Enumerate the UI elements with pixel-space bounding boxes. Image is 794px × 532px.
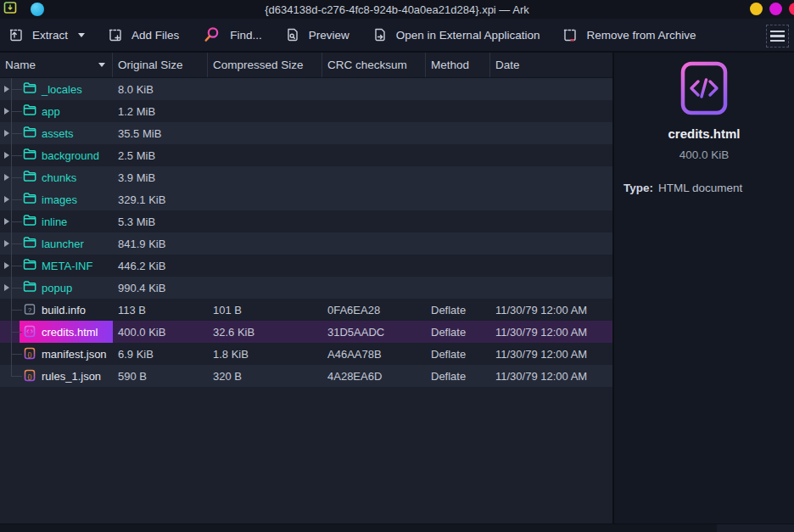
folder-icon: [23, 148, 37, 163]
find-button[interactable]: Find...: [202, 25, 262, 44]
cell-method: [426, 78, 490, 100]
expand-arrow-icon[interactable]: [4, 262, 9, 269]
cell-compressed-size: 101 B: [208, 299, 322, 321]
table-row[interactable]: popup990.4 KiB: [0, 277, 612, 299]
hamburger-menu-button[interactable]: [766, 25, 789, 48]
table-row[interactable]: _locales8.0 KiB: [0, 78, 612, 100]
expand-arrow-icon[interactable]: [4, 174, 9, 181]
column-header-original-size[interactable]: Original Size: [113, 53, 208, 77]
cell-date: [490, 122, 612, 144]
cell-original-size: 990.4 KiB: [113, 277, 208, 299]
preview-button[interactable]: Preview: [285, 27, 349, 42]
json-file-icon: {): [23, 369, 37, 384]
expand-arrow-icon[interactable]: [4, 152, 9, 159]
html-document-icon: [679, 61, 729, 119]
expand-arrow-icon[interactable]: [4, 130, 9, 137]
titlebar-menu-dot[interactable]: [31, 3, 44, 16]
svg-text:?: ?: [28, 306, 32, 314]
cell-name: credits.html: [0, 321, 113, 343]
maximize-button[interactable]: [769, 3, 782, 15]
cell-crc: [322, 255, 426, 277]
expand-arrow-icon[interactable]: [4, 108, 9, 115]
tree-branch: [11, 354, 22, 355]
cell-compressed-size: [208, 255, 322, 277]
cell-crc: A46AA78B: [322, 343, 426, 365]
folder-icon: [23, 104, 37, 119]
open-in-external-application-button[interactable]: Open in External Application: [372, 27, 540, 42]
cell-method: Deflate: [426, 343, 490, 365]
table-row[interactable]: ?build.info113 B101 B0FA6EA28Deflate11/3…: [0, 299, 612, 321]
table-row[interactable]: background2.5 MiB: [0, 144, 612, 166]
expand-arrow-icon[interactable]: [4, 240, 9, 247]
table-row[interactable]: META-INF446.2 KiB: [0, 255, 612, 277]
table-row[interactable]: assets35.5 MiB: [0, 122, 612, 144]
table-row[interactable]: chunks3.9 MiB: [0, 166, 612, 188]
entry-name: images: [42, 193, 77, 206]
open-external-icon: [372, 27, 388, 42]
html-file-icon: [23, 325, 37, 339]
add-files-button[interactable]: Add Files: [108, 27, 179, 42]
extract-button[interactable]: Extract: [8, 27, 85, 42]
cell-method: [426, 144, 490, 166]
expand-arrow-icon[interactable]: [4, 218, 9, 225]
tree-branch: [11, 376, 22, 377]
titlebar[interactable]: {d634138d-c276-4fc8-924b-40a0ea21d284}.x…: [0, 0, 794, 19]
minimize-button[interactable]: [750, 3, 763, 15]
tree-branch: [11, 266, 22, 266]
cell-crc: [322, 78, 426, 100]
cell-crc: [322, 144, 426, 166]
column-header-compressed-size[interactable]: Compressed Size: [208, 53, 322, 77]
expand-arrow-icon[interactable]: [4, 284, 9, 291]
cell-crc: [322, 166, 426, 188]
entry-name: manifest.json: [42, 348, 107, 361]
folder-icon: [23, 215, 37, 229]
folder-icon: [23, 281, 37, 295]
cell-compressed-size: 320 B: [208, 365, 322, 387]
cell-date: [490, 188, 612, 210]
table-row[interactable]: credits.html400.0 KiB32.6 KiB31D5AADCDef…: [0, 321, 612, 343]
table-row[interactable]: {)manifest.json6.9 KiB1.8 KiBA46AA78BDef…: [0, 343, 612, 365]
column-header-date[interactable]: Date: [490, 53, 612, 77]
table-row[interactable]: app1.2 MiB: [0, 100, 612, 122]
cell-crc: [322, 122, 426, 144]
cell-date: 11/30/79 12:00 AM: [490, 299, 612, 321]
entry-name: chunks: [42, 171, 76, 184]
tree-branch: [11, 177, 22, 178]
expand-arrow-icon[interactable]: [4, 196, 9, 203]
table-row[interactable]: inline5.3 MiB: [0, 210, 612, 232]
cell-name: {)rules_1.json: [0, 365, 113, 387]
remove-from-archive-button[interactable]: Remove from Archive: [562, 27, 696, 42]
cell-name: _locales: [0, 78, 113, 100]
cell-compressed-size: [208, 122, 322, 144]
cell-original-size: 113 B: [113, 299, 208, 321]
column-header-method[interactable]: Method: [426, 53, 490, 77]
tree-branch: [11, 199, 22, 200]
column-header-crc-checksum[interactable]: CRC checksum: [322, 53, 426, 77]
folder-icon: [23, 82, 37, 97]
table-row[interactable]: images329.1 KiB: [0, 188, 612, 210]
cell-compressed-size: 1.8 KiB: [208, 343, 322, 365]
folder-icon: [23, 193, 37, 207]
cell-name: launcher: [0, 232, 113, 255]
cell-original-size: 841.9 KiB: [113, 232, 208, 255]
preview-icon: [285, 27, 300, 42]
table-row[interactable]: launcher841.9 KiB: [0, 232, 612, 255]
column-header-name[interactable]: Name: [0, 53, 113, 77]
tree-branch: [11, 221, 22, 222]
tree-branch: [11, 310, 22, 311]
cell-crc: [322, 100, 426, 122]
details-type-value: HTML document: [658, 182, 742, 194]
expand-arrow-icon[interactable]: [4, 86, 9, 92]
cell-compressed-size: [208, 78, 322, 100]
bottom-edge: [0, 524, 794, 532]
folder-icon: [23, 259, 37, 273]
cell-name: images: [0, 188, 113, 210]
cell-original-size: 2.5 MiB: [113, 144, 208, 166]
table-row[interactable]: {)rules_1.json590 B320 B4A28EA6DDeflate1…: [0, 365, 612, 387]
cell-method: [426, 188, 490, 210]
svg-text:{): {): [27, 372, 32, 380]
close-button[interactable]: [789, 3, 794, 15]
cell-original-size: 400.0 KiB: [113, 321, 208, 343]
tree-branch: [11, 89, 22, 90]
toolbar: ExtractAdd FilesFind...PreviewOpen in Ex…: [0, 19, 794, 53]
